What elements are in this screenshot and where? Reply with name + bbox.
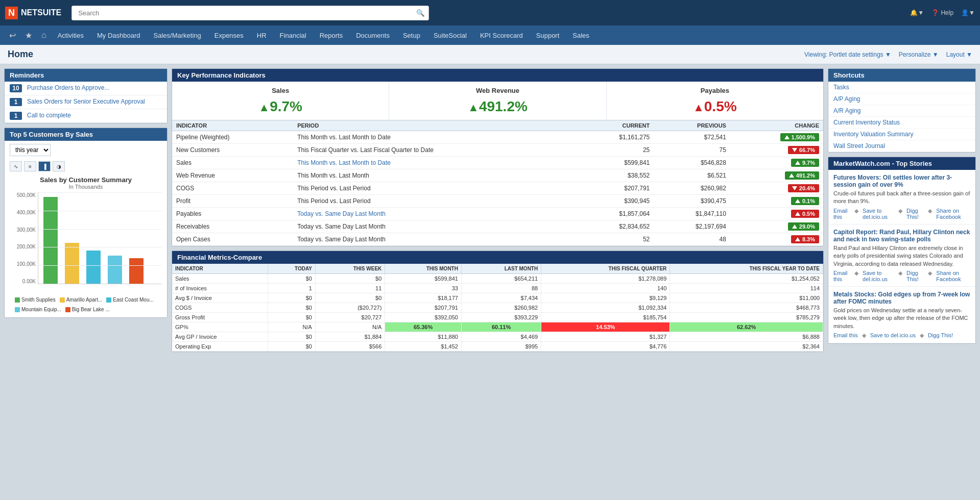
logo[interactable]: N NETSUITE [5,7,61,19]
kpi-period-0: This Month vs. Last Month to Date [293,131,577,144]
shortcut-item-4[interactable]: Inventory Valuation Summary [828,129,975,140]
chart-list-icon[interactable]: ≡ [24,161,36,171]
mw-action-1-3[interactable]: Share on Facebook [936,270,970,282]
nav-activities[interactable]: Activities [52,29,90,42]
nav-suite-social[interactable]: SuiteSocial [427,29,473,42]
fin-ytd-3: $468,773 [670,303,823,313]
nav-home-icon[interactable]: ⌂ [37,28,51,43]
search-button[interactable]: 🔍 [416,9,425,17]
chart-pie-icon[interactable]: ◑ [53,161,65,171]
fin-month-6: $11,880 [385,332,462,342]
fin-ytd-6: $6,888 [670,332,823,342]
fin-today-1: 1 [268,284,315,293]
kpi-indicator-0: Pipeline (Weighted) [172,131,293,144]
mw-headline-1[interactable]: Capitol Report: Rand Paul, Hillary Clint… [833,229,970,243]
chart-subtitle: In Thousands [10,184,162,190]
chart-type-icons: ∿ ≡ ▐ ◑ [5,159,167,173]
kpi-period-2[interactable]: This Month vs. Last Month to Date [293,157,577,169]
fin-lastmonth-1: 88 [461,284,541,293]
shortcut-item-3[interactable]: Current Inventory Status [828,117,975,129]
mw-body-0: Crude-oil futures pull back after a thre… [833,190,970,206]
financial-panel: Financial Metrics-Compare INDICATOR TODA… [172,251,824,352]
top-bar: N NETSUITE 🔍 🔔▼ ❓ Help 👤▼ [0,0,980,26]
nav-support[interactable]: Support [530,29,566,42]
nav-reports[interactable]: Reports [314,29,349,42]
year-filter-select[interactable]: this year [10,144,51,156]
fin-row-2: Avg $ / Invoice $0 $0 $18,177 $7,434 $9,… [172,293,823,303]
kpi-period-6[interactable]: Today vs. Same Day Last Month [293,208,577,220]
mw-action-2-0[interactable]: Email this [833,332,858,339]
mw-action-0-2[interactable]: Digg This! [906,208,924,220]
legend-2: East Coast Mou... [106,297,153,303]
chart-line-icon[interactable]: ∿ [10,161,22,171]
kpi-change-2: 9.7% [730,157,823,169]
kpi-indicator-8: Open Cases [172,233,293,246]
mw-headline-2[interactable]: Metals Stocks: Gold edges up from 7-week… [833,291,970,305]
mw-action-1-1[interactable]: Save to del.icio.us [863,270,894,282]
fin-indicator-5: GP% [172,322,268,332]
shortcut-item-5[interactable]: Wall Street Journal [828,140,975,152]
viewing-control[interactable]: Viewing: Portlet date settings ▼ [804,51,891,58]
kpi-table: INDICATOR PERIOD CURRENT PREVIOUS CHANGE… [172,120,823,246]
fin-month-7: $1,452 [385,342,462,352]
kpi-current-7: $2,834,652 [578,220,654,233]
fin-col-month: THIS MONTH [385,264,462,274]
nav-sales-marketing[interactable]: Sales/Marketing [148,29,207,42]
mw-action-1-0[interactable]: Email this [833,270,850,282]
mw-headline-0[interactable]: Futures Movers: Oil settles lower after … [833,174,970,188]
mw-action-0-1[interactable]: Save to del.icio.us [863,208,894,220]
reminder-item-1[interactable]: 1 Sales Orders for Senior Executive Appr… [5,95,167,109]
kpi-previous-0: $72,541 [654,131,730,144]
fin-col-week: THIS WEEK [315,264,385,274]
search-input[interactable] [71,6,429,20]
bar-2 [86,251,101,284]
marketwatch-panel: MarketWatch.com - Top Stories Futures Mo… [828,157,976,344]
kpi-row-4: COGS This Period vs. Last Period $207,79… [172,182,823,195]
page-title-row: Home Viewing: Portlet date settings ▼ Pe… [0,45,980,64]
mw-action-2-2[interactable]: Digg This! [928,332,953,339]
personalize-control[interactable]: Personalize ▼ [899,51,939,58]
kpi-row-3: Web Revenue This Month vs. Last Month $3… [172,169,823,182]
kpi-current-2: $599,841 [578,157,654,169]
reminder-item-0[interactable]: 10 Purchase Orders to Approve... [5,82,167,95]
nav-financial[interactable]: Financial [274,29,313,42]
shortcuts-panel: Shortcuts TasksA/P AgingA/R AgingCurrent… [828,68,976,153]
mw-action-0-3[interactable]: Share on Facebook [936,208,970,220]
shortcut-item-0[interactable]: Tasks [828,82,975,93]
kpi-summary-row: Sales ▲9.7% Web Revenue ▲491.2% Payables… [172,82,823,120]
mw-action-1-2[interactable]: Digg This! [906,270,924,282]
nav-kpi-scorecard[interactable]: KPI Scorecard [474,29,529,42]
nav-documents[interactable]: Documents [350,29,396,42]
shortcut-item-1[interactable]: A/P Aging [828,93,975,105]
notifications-button[interactable]: 🔔▼ [910,9,924,16]
fin-lastmonth-5: 60.11% [461,322,541,332]
shortcuts-list: TasksA/P AgingA/R AgingCurrent Inventory… [828,82,975,152]
chart-bar-icon[interactable]: ▐ [38,161,51,171]
kpi-row-8: Open Cases Today vs. Same Day Last Month… [172,233,823,246]
fin-col-today: TODAY [268,264,315,274]
kpi-previous-8: 48 [654,233,730,246]
nav-expenses[interactable]: Expenses [208,29,250,42]
kpi-web-revenue-value: ▲491.2% [394,98,601,115]
mw-story-0: Futures Movers: Oil settles lower after … [828,170,975,224]
fin-row-7: Operating Exp $0 $566 $1,452 $995 $4,776… [172,342,823,352]
nav-my-dashboard[interactable]: My Dashboard [91,29,147,42]
bar-0 [43,197,58,284]
layout-control[interactable]: Layout ▼ [946,51,972,58]
kpi-indicator-1: New Customers [172,144,293,157]
kpi-indicator-7: Receivables [172,220,293,233]
fin-lastmonth-7: $995 [461,342,541,352]
nav-setup[interactable]: Setup [397,29,426,42]
kpi-change-4: 20.4% [730,182,823,195]
help-link[interactable]: ❓ Help [931,9,953,16]
mw-action-2-1[interactable]: Save to del.icio.us [870,332,916,339]
kpi-indicator-6: Payables [172,208,293,220]
nav-sales[interactable]: Sales [566,29,595,42]
nav-hr[interactable]: HR [251,29,273,42]
mw-action-0-0[interactable]: Email this [833,208,850,220]
nav-star-icon[interactable]: ★ [21,28,36,43]
nav-back-icon[interactable]: ↩ [5,28,20,43]
reminder-item-2[interactable]: 1 Call to complete [5,109,167,123]
user-menu[interactable]: 👤▼ [961,9,975,16]
shortcut-item-2[interactable]: A/R Aging [828,105,975,117]
